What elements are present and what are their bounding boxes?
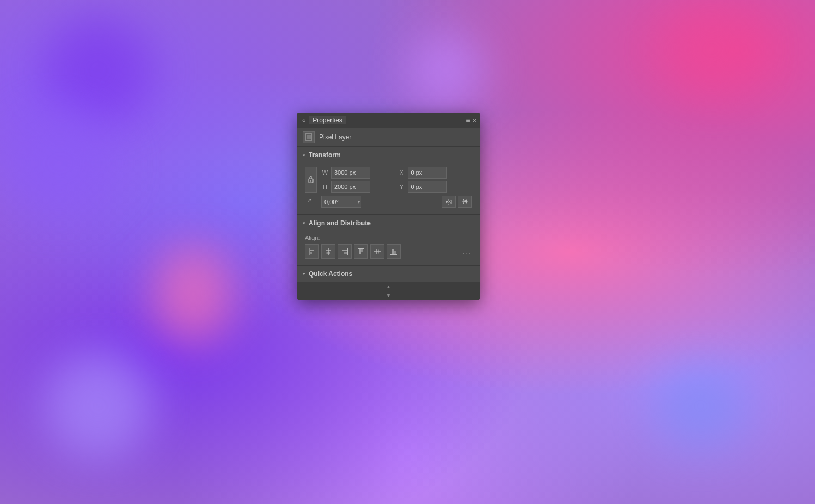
scroll-down-arrow[interactable]: ▼: [297, 291, 480, 300]
svg-rect-11: [326, 250, 331, 251]
lock-proportions-button[interactable]: [305, 167, 317, 193]
blob-6: [652, 362, 750, 450]
flip-buttons: [442, 196, 472, 208]
svg-rect-21: [378, 250, 379, 254]
title-bar: « Properties ≡ ×: [297, 113, 480, 128]
transform-header[interactable]: ▾ Transform: [297, 147, 480, 163]
x-input[interactable]: [408, 167, 447, 179]
height-input[interactable]: [331, 181, 370, 193]
align-header[interactable]: ▾ Align and Distribute: [297, 215, 480, 231]
properties-panel: « Properties ≡ × Pixel Layer ▾ Transform: [297, 113, 480, 300]
transform-chevron: ▾: [303, 152, 305, 158]
svg-rect-14: [342, 250, 347, 251]
layer-name: Pixel Layer: [319, 133, 351, 141]
width-input[interactable]: [331, 167, 370, 179]
svg-rect-9: [310, 252, 312, 254]
quick-actions-section: ▾ Quick Actions: [297, 266, 480, 282]
blob-5: [44, 352, 152, 460]
align-right-button[interactable]: [338, 244, 352, 259]
align-label: Align:: [305, 235, 472, 241]
layer-row: Pixel Layer: [297, 128, 480, 147]
blob-4: [152, 245, 234, 343]
align-chevron: ▾: [303, 220, 305, 226]
align-title: Align and Distribute: [309, 219, 371, 227]
more-options-button[interactable]: ...: [462, 247, 472, 256]
svg-rect-17: [359, 249, 361, 254]
transform-grid: W X H Y: [305, 167, 472, 193]
quick-actions-chevron: ▾: [303, 271, 305, 276]
rotation-icon: [305, 198, 317, 206]
transform-body: W X H Y: [297, 163, 480, 214]
w-label: W: [321, 169, 329, 176]
svg-rect-22: [390, 254, 397, 255]
panel-body[interactable]: ▾ Transform W: [297, 147, 480, 282]
svg-rect-12: [327, 252, 330, 254]
svg-rect-1: [307, 135, 311, 139]
quick-actions-title: Quick Actions: [309, 270, 352, 278]
close-button[interactable]: ×: [472, 117, 476, 124]
title-bar-left: « Properties: [301, 116, 346, 125]
align-section: ▾ Align and Distribute Align:: [297, 215, 480, 266]
transform-section: ▾ Transform W: [297, 147, 480, 215]
y-label: Y: [398, 183, 406, 190]
scroll-up-arrow[interactable]: ▲: [297, 282, 480, 291]
svg-rect-13: [347, 248, 348, 255]
transform-title: Transform: [309, 151, 341, 159]
align-left-button[interactable]: [305, 244, 319, 259]
y-input[interactable]: [408, 181, 447, 193]
rotation-row: ▾: [305, 196, 472, 208]
flip-horizontal-button[interactable]: [442, 196, 456, 208]
blob-3: [0, 109, 120, 218]
svg-rect-8: [310, 250, 314, 251]
svg-rect-15: [344, 252, 347, 254]
align-body: Align:: [297, 231, 480, 265]
align-buttons-row: ...: [305, 244, 472, 259]
wh-xy-grid: W X H Y: [321, 167, 472, 193]
svg-rect-7: [309, 248, 310, 255]
x-label: X: [398, 169, 406, 176]
collapse-arrows[interactable]: «: [301, 116, 307, 125]
panel-menu-button[interactable]: ≡: [465, 116, 470, 125]
align-center-h-button[interactable]: [321, 244, 335, 259]
svg-point-3: [310, 180, 311, 181]
blob-2: [663, 5, 761, 93]
panel-title: Properties: [309, 116, 346, 124]
blob-7: [408, 33, 484, 109]
h-label: H: [321, 183, 329, 190]
flip-vertical-button[interactable]: [458, 196, 472, 208]
svg-rect-18: [361, 249, 363, 252]
svg-rect-23: [392, 249, 394, 254]
svg-rect-16: [358, 248, 364, 249]
rotation-input-wrap: ▾: [321, 196, 361, 208]
quick-actions-header[interactable]: ▾ Quick Actions: [297, 266, 480, 282]
align-center-v-button[interactable]: [370, 244, 384, 259]
svg-rect-20: [376, 249, 377, 254]
layer-icon: [303, 131, 315, 143]
rotation-input[interactable]: [321, 196, 361, 208]
align-bottom-button[interactable]: [387, 244, 401, 259]
title-bar-right: ≡ ×: [465, 116, 476, 125]
align-top-button[interactable]: [354, 244, 368, 259]
svg-rect-24: [394, 251, 396, 254]
rotation-dropdown-icon[interactable]: ▾: [358, 200, 360, 205]
